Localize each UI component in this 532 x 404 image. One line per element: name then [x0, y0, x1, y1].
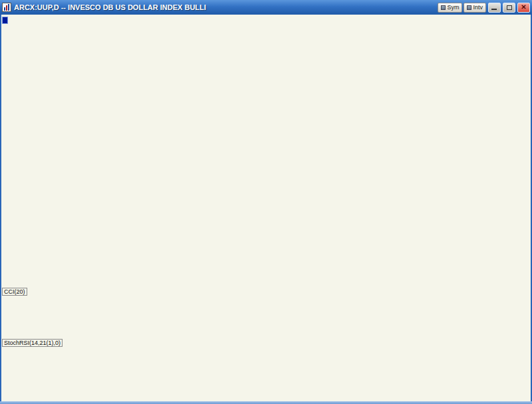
quote-strip	[2, 16, 9, 25]
minimize-button[interactable]	[488, 3, 501, 13]
intv-button[interactable]: Intv	[464, 3, 486, 13]
intv-button-label: Intv	[473, 4, 483, 11]
close-button[interactable]: ✕	[517, 3, 530, 13]
sym-button-label: Sym	[447, 4, 459, 11]
intv-icon	[467, 5, 471, 10]
app-icon	[2, 3, 11, 12]
window-bottom-border	[0, 401, 532, 404]
window-title: ARCX:UUP,D -- INVESCO DB US DOLLAR INDEX…	[14, 3, 435, 11]
maximize-icon	[507, 5, 512, 10]
chart-client-area: CCI(20) StochRSI(14,21(1),0)	[1, 15, 531, 401]
title-bar[interactable]: ARCX:UUP,D -- INVESCO DB US DOLLAR INDEX…	[0, 0, 532, 15]
price-chart-canvas[interactable]	[1, 15, 531, 401]
close-icon: ✕	[521, 3, 526, 11]
maximize-button[interactable]	[503, 3, 515, 13]
series-chip[interactable]	[2, 17, 8, 24]
sym-icon	[441, 5, 446, 10]
cci-panel-label: CCI(20)	[2, 288, 27, 296]
chart-window: ARCX:UUP,D -- INVESCO DB US DOLLAR INDEX…	[0, 0, 532, 404]
stoch-panel-label: StochRSI(14,21(1),0)	[2, 339, 63, 347]
minimize-icon	[491, 9, 497, 10]
sym-button[interactable]: Sym	[438, 3, 462, 13]
